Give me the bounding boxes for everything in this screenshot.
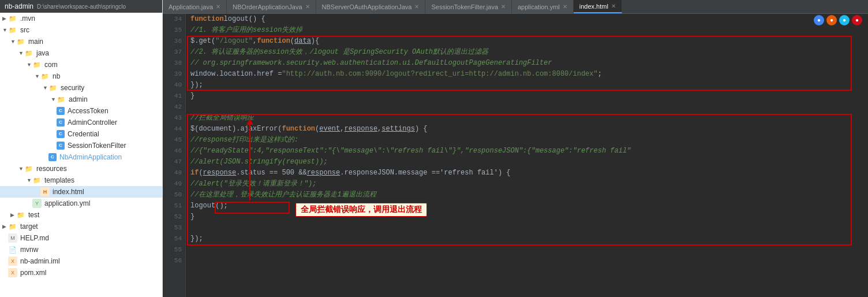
opera-icon[interactable]: ● xyxy=(852,15,862,25)
line-num-40: 40 xyxy=(163,80,182,91)
tab-nbserver[interactable]: NBServerOAuthApplicationJava✕ xyxy=(316,0,426,13)
tree-label: com xyxy=(44,60,58,70)
tree-item-test[interactable]: ▶📁test xyxy=(0,209,162,221)
editor-content: ● ● ● ● 34353637383940414243444546474849… xyxy=(163,14,868,297)
line-num-48: 48 xyxy=(163,168,182,179)
tree-label: .mvn xyxy=(20,13,35,24)
tab-label: Application.java xyxy=(169,3,213,10)
xml-icon: X xyxy=(8,257,17,266)
folder-icon: 📁 xyxy=(8,25,17,35)
tree-arrow: ▼ xyxy=(35,71,40,81)
line-num-47: 47 xyxy=(163,157,182,168)
tab-bar[interactable]: Application.java✕NBOrderApplicationJava✕… xyxy=(163,0,868,14)
tree-item-mvn[interactable]: ▶📁.mvn xyxy=(0,13,162,24)
tree-item-java[interactable]: ▼📁java xyxy=(0,47,162,59)
tree-item-HELP.md[interactable]: MHELP.md xyxy=(0,232,162,244)
project-name: nb-admin xyxy=(5,2,33,10)
code-line-45: //response打印出来是这样式的: xyxy=(186,135,868,146)
class-icon: C xyxy=(57,118,65,127)
tab-label: index.html xyxy=(579,3,608,10)
line-numbers: 3435363738394041424344454647484950515253… xyxy=(163,14,186,297)
tab-close-nbserver[interactable]: ✕ xyxy=(414,3,419,10)
line-num-51: 51 xyxy=(163,201,182,211)
tab-app-java[interactable]: Application.java✕ xyxy=(163,0,227,13)
ie-icon[interactable]: ● xyxy=(839,15,850,25)
tree-item-src[interactable]: ▼📁src xyxy=(0,24,162,36)
tree-arrow: ▼ xyxy=(43,83,48,93)
tree-item-security[interactable]: ▼📁security xyxy=(0,82,162,94)
code-line-36: $.get("/logout",function(data){ xyxy=(186,36,868,47)
line-num-38: 38 xyxy=(163,58,182,69)
file-icon: 📄 xyxy=(8,245,17,254)
tab-index-html[interactable]: index.html✕ xyxy=(574,0,622,13)
tree-item-nb-admin.iml[interactable]: Xnb-admin.iml xyxy=(0,255,162,267)
folder-icon: 📁 xyxy=(8,14,17,23)
code-line-51: logout(); xyxy=(186,201,868,211)
code-line-54: }); xyxy=(186,233,868,244)
code-area[interactable]: function logout() { //1. 将客户应用的session失效… xyxy=(186,14,868,297)
tree-item-templates[interactable]: ▼📁templates xyxy=(0,175,162,186)
file-tree-sidebar[interactable]: nb-admin D:\share\workspace-auth\springc… xyxy=(0,0,163,297)
line-num-35: 35 xyxy=(163,25,182,36)
tab-close-application-yml[interactable]: ✕ xyxy=(563,3,567,10)
tree-label: main xyxy=(28,36,43,47)
xml-icon: X xyxy=(8,268,17,277)
tab-close-session[interactable]: ✕ xyxy=(501,3,506,10)
tree-arrow: ▶ xyxy=(2,13,8,24)
code-line-46: //{"readyState":4,"responseText":"{\"mes… xyxy=(186,146,868,157)
tree-item-index.html[interactable]: Hindex.html xyxy=(0,186,162,198)
project-path: D:\share\workspace-auth\springclo xyxy=(37,3,126,10)
tree-item-Credential[interactable]: CCredential xyxy=(0,128,162,140)
tree-item-pom.xml[interactable]: Xpom.xml xyxy=(0,267,162,279)
line-num-46: 46 xyxy=(163,146,182,157)
tree-item-main[interactable]: ▼📁main xyxy=(0,36,162,47)
tree-label: templates xyxy=(44,175,74,185)
tree-label: nb xyxy=(53,71,60,81)
tree-label: SessionTokenFilter xyxy=(68,140,126,151)
code-line-40: }); xyxy=(186,80,868,91)
tab-label: application.yml xyxy=(518,3,560,10)
tree-arrow: ▼ xyxy=(51,94,57,105)
tree-item-application.yml[interactable]: Yapplication.yml xyxy=(0,198,162,209)
tree-label: pom.xml xyxy=(20,268,46,278)
folder-icon: 📁 xyxy=(24,49,33,58)
folder-icon: 📁 xyxy=(24,164,33,173)
tab-session[interactable]: SessionTokenFilter.java✕ xyxy=(425,0,512,13)
line-num-45: 45 xyxy=(163,135,182,146)
tree-item-AdminController[interactable]: CAdminController xyxy=(0,117,162,128)
tree-label: security xyxy=(61,83,84,93)
tab-close-nborder[interactable]: ✕ xyxy=(305,3,310,10)
tree-item-mvnw[interactable]: 📄mvnw xyxy=(0,244,162,255)
tab-application-yml[interactable]: application.yml✕ xyxy=(512,0,574,13)
tree-label: resources xyxy=(36,164,67,174)
browser-icons[interactable]: ● ● ● ● xyxy=(814,15,862,25)
tree-label: AdminController xyxy=(68,117,117,128)
code-line-53 xyxy=(186,222,868,233)
line-num-39: 39 xyxy=(163,69,182,80)
tree-item-admin[interactable]: ▼📁admin xyxy=(0,94,162,105)
folder-icon: 📁 xyxy=(16,37,25,46)
line-num-53: 53 xyxy=(163,222,182,233)
code-line-49: //alert("登录失效！请重新登录！"); xyxy=(186,179,868,190)
tab-close-app-java[interactable]: ✕ xyxy=(216,3,220,10)
tree-arrow: ▼ xyxy=(10,36,16,47)
tree-label: Credential xyxy=(68,129,99,139)
tree-label: HELP.md xyxy=(20,233,49,243)
tree-item-NbAdminApplication[interactable]: CNbAdminApplication xyxy=(0,151,162,163)
tree-item-target[interactable]: ▶📁target xyxy=(0,221,162,232)
code-line-37: //2. 将认证服务器的session失效，/logout 是SpringSec… xyxy=(186,47,868,58)
tab-close-index-html[interactable]: ✕ xyxy=(611,3,616,9)
tree-item-SessionTokenFilter[interactable]: CSessionTokenFilter xyxy=(0,140,162,151)
line-num-36: 36 xyxy=(163,36,182,47)
code-line-44: $(document).ajaxError(function( event, r… xyxy=(186,124,868,135)
folder-icon: 📁 xyxy=(32,60,42,69)
tree-arrow: ▼ xyxy=(18,164,24,174)
firefox-icon[interactable]: ● xyxy=(826,15,837,25)
tree-item-AccessToken[interactable]: CAccessToken xyxy=(0,105,162,117)
code-line-47: //alert(JSON.stringify(request)); xyxy=(186,157,868,168)
tree-item-nb[interactable]: ▼📁nb xyxy=(0,70,162,82)
tree-item-com[interactable]: ▼📁com xyxy=(0,59,162,70)
tab-nborder[interactable]: NBOrderApplicationJava✕ xyxy=(227,0,316,13)
tree-item-resources[interactable]: ▼📁resources xyxy=(0,163,162,175)
chrome-icon[interactable]: ● xyxy=(814,15,824,25)
